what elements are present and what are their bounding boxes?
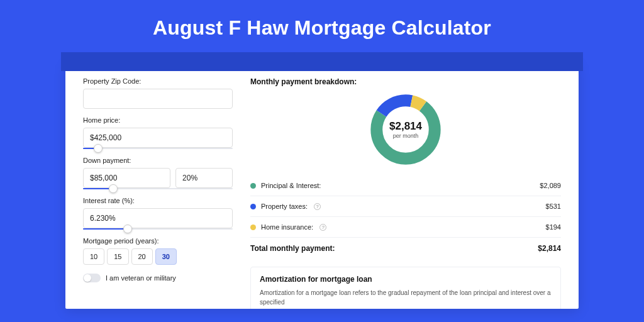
legend-dot [250, 225, 256, 230]
zip-input[interactable] [83, 89, 233, 109]
breakdown-title: Monthly payment breakdown: [250, 77, 561, 86]
total-row: Total monthly payment: $2,814 [250, 238, 561, 262]
amortization-card: Amortization for mortgage loan Amortizat… [250, 267, 561, 309]
legend-row: Home insurance:?$194 [250, 217, 561, 238]
slider-thumb[interactable] [123, 225, 132, 233]
total-value: $2,814 [538, 244, 561, 253]
zip-group: Property Zip Code: [83, 77, 233, 109]
legend-row: Property taxes:?$531 [250, 196, 561, 217]
home-price-input[interactable] [83, 128, 233, 148]
period-group: Mortgage period (years): 10152030 [83, 237, 233, 265]
slider-thumb[interactable] [109, 184, 118, 193]
down-payment-label: Down payment: [83, 157, 233, 164]
info-icon[interactable]: ? [314, 203, 321, 210]
donut-amount: $2,814 [389, 120, 422, 133]
calculator-card: Property Zip Code: Home price: Down paym… [65, 62, 579, 309]
info-icon[interactable]: ? [319, 224, 326, 231]
donut-wrap: $2,814 per month [250, 91, 561, 168]
legend-dot [250, 204, 256, 209]
donut-sub: per month [389, 133, 422, 139]
legend: Principal & Interest:$2,089Property taxe… [250, 175, 561, 238]
legend-label: Property taxes: [261, 203, 308, 210]
legend-label: Home insurance: [261, 223, 313, 231]
home-price-slider[interactable] [83, 148, 233, 149]
amortization-text: Amortization for a mortgage loan refers … [260, 289, 552, 307]
zip-label: Property Zip Code: [83, 77, 233, 85]
legend-row: Principal & Interest:$2,089 [250, 175, 561, 196]
legend-value: $194 [546, 223, 561, 231]
inputs-column: Property Zip Code: Home price: Down paym… [83, 77, 233, 301]
veteran-toggle[interactable] [83, 274, 101, 282]
period-option-20[interactable]: 20 [131, 248, 153, 265]
veteran-label: I am veteran or military [106, 274, 176, 282]
interest-label: Interest rate (%): [83, 197, 233, 204]
period-option-10[interactable]: 10 [83, 248, 104, 265]
interest-group: Interest rate (%): [83, 197, 233, 230]
down-payment-input[interactable] [83, 168, 170, 188]
period-option-30[interactable]: 30 [155, 248, 177, 265]
interest-input[interactable] [83, 208, 233, 228]
legend-value: $2,089 [540, 182, 561, 189]
payment-donut-chart: $2,814 per month [367, 91, 444, 168]
legend-value: $531 [546, 203, 561, 210]
toggle-knob [84, 274, 91, 282]
legend-label: Principal & Interest: [261, 182, 321, 189]
period-options: 10152030 [83, 248, 233, 265]
total-label: Total monthly payment: [250, 244, 335, 253]
header-shadow [61, 52, 583, 71]
down-payment-slider[interactable] [83, 188, 233, 189]
page-title: August F Haw Mortgage Calculator [153, 16, 491, 40]
donut-center: $2,814 per month [389, 120, 422, 139]
down-payment-pct-input[interactable] [175, 168, 233, 188]
interest-slider[interactable] [83, 228, 233, 230]
breakdown-column: Monthly payment breakdown: $2,814 per mo… [250, 77, 561, 301]
veteran-row: I am veteran or military [83, 274, 233, 282]
amortization-title: Amortization for mortgage loan [260, 275, 552, 284]
home-price-group: Home price: [83, 116, 233, 149]
down-payment-group: Down payment: [83, 157, 233, 189]
legend-dot [250, 183, 256, 189]
period-option-15[interactable]: 15 [107, 248, 128, 265]
period-label: Mortgage period (years): [83, 237, 233, 245]
home-price-label: Home price: [83, 116, 233, 124]
slider-thumb[interactable] [94, 144, 103, 153]
slider-fill [83, 228, 128, 230]
